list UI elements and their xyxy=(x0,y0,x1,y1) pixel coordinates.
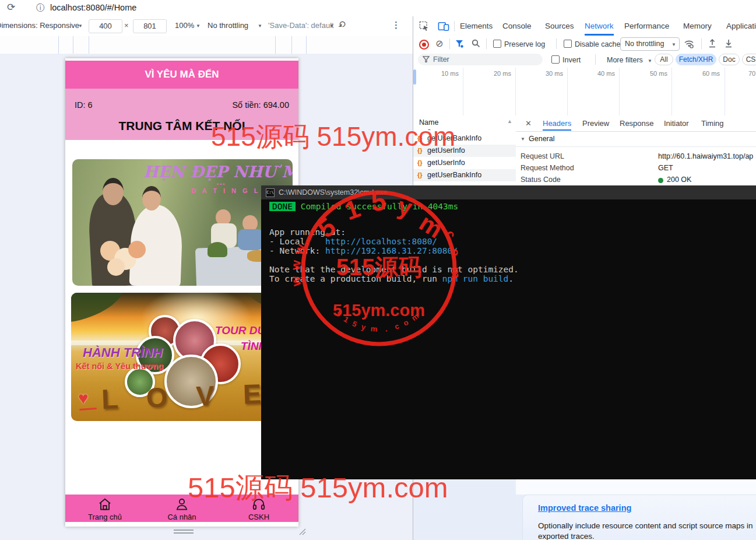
disable-cache-checkbox[interactable] xyxy=(564,40,572,48)
import-har-icon[interactable] xyxy=(708,39,716,48)
clear-icon[interactable]: ⊘ xyxy=(435,38,443,49)
device-toolbar-icon[interactable] xyxy=(438,21,449,31)
tab-performance[interactable]: Performance xyxy=(624,16,669,36)
banner1-dots: ••• xyxy=(217,181,226,187)
done-badge: DONE xyxy=(269,202,296,211)
network-conditions-icon[interactable] xyxy=(684,39,694,48)
viewport-drag-handle[interactable] xyxy=(174,530,194,534)
requests-column-name[interactable]: Name xyxy=(419,118,438,127)
disable-cache-label[interactable]: Disable cache xyxy=(575,40,621,48)
tab-console[interactable]: Console xyxy=(502,16,532,36)
nav-profile[interactable]: Cá nhân xyxy=(150,495,214,522)
whats-new-drawer: Improved trace sharing Optionally includ… xyxy=(413,479,756,540)
filter-pill-all[interactable]: All xyxy=(655,54,673,65)
request-row[interactable]: {} getUserInfo xyxy=(413,157,516,169)
more-filters-button[interactable]: More filters xyxy=(607,56,643,64)
throttling-select[interactable]: No throttling xyxy=(208,21,248,30)
filter-pill-doc[interactable]: Doc xyxy=(719,54,740,65)
tab-application[interactable]: Application xyxy=(726,16,756,36)
cmd-line-local: - Local: http://localhost:8080/ xyxy=(269,237,437,246)
detail-tab-preview[interactable]: Preview xyxy=(582,116,609,131)
person-icon xyxy=(174,497,189,512)
status-code-label: Status Code xyxy=(521,176,561,184)
filter-pill-css[interactable]: CSS xyxy=(742,54,756,65)
filter-icon[interactable] xyxy=(455,40,463,48)
dimensions-label[interactable]: Dimensions: Responsive xyxy=(0,21,79,30)
url-text[interactable]: localhost:8080/#/Home xyxy=(50,3,136,12)
whats-new-card: Improved trace sharing Optionally includ… xyxy=(522,495,756,540)
preserve-log-checkbox[interactable] xyxy=(493,40,501,48)
detail-tab-headers[interactable]: Headers xyxy=(543,116,571,131)
record-icon[interactable] xyxy=(419,40,429,50)
invert-label[interactable]: Invert xyxy=(562,56,581,64)
tick-30ms: 30 ms xyxy=(546,70,563,77)
general-disclosure-icon[interactable]: ▼ xyxy=(521,136,525,142)
close-detail-icon[interactable]: ✕ xyxy=(525,119,532,128)
requests-header[interactable]: Name ▲ xyxy=(413,116,516,130)
more-options-icon[interactable]: ⋮ xyxy=(392,20,400,30)
cmd-window[interactable]: C:\ C:\WINDOWS\system32\cmd.exe DONE Com… xyxy=(261,185,756,479)
export-har-icon[interactable] xyxy=(725,39,733,48)
cmd-title-bar[interactable]: C:\ C:\WINDOWS\system32\cmd.exe xyxy=(261,185,756,199)
inspect-icon[interactable] xyxy=(419,21,430,31)
search-icon[interactable] xyxy=(472,39,480,48)
request-row[interactable]: {} getUserBankInfo xyxy=(413,132,516,145)
filter-input[interactable]: Filter xyxy=(418,54,543,65)
page-info-icon[interactable]: ⓘ xyxy=(36,3,44,13)
nav-home[interactable]: Trang chủ xyxy=(73,495,137,522)
banner2-tour1: TOUR DU xyxy=(215,324,265,337)
local-url-link[interactable]: http://localhost:8080/ xyxy=(325,237,437,246)
viewport-width-input[interactable] xyxy=(89,19,122,33)
banner2-tagline: Kết nối & Yêu thương xyxy=(76,362,163,371)
banner-dating[interactable]: HẸN ĐẸP NHƯ MƠ ••• D A T I N G L O xyxy=(72,159,293,286)
banner-tour[interactable]: TOUR DU TÌNH HÀNH TRÌNH Kết nối & Yêu th… xyxy=(71,293,293,421)
heart-logo-icon: ♥ xyxy=(78,388,89,408)
tick-10ms: 10 ms xyxy=(441,70,459,77)
rotate-viewport-icon[interactable]: ⟲ xyxy=(335,18,349,31)
network-overview[interactable]: 10 ms 20 ms 30 ms 40 ms 50 ms 60 ms 70 xyxy=(413,68,756,117)
network-filter-bar: Filter Invert More filters ▼ All Fetch/X… xyxy=(413,52,756,68)
filter-funnel-icon xyxy=(423,56,430,63)
scroll-up-icon[interactable]: ▲ xyxy=(507,118,512,124)
tab-elements[interactable]: Elements xyxy=(460,16,493,36)
home-icon xyxy=(97,497,112,512)
throttling-caret-icon[interactable]: ▼ xyxy=(258,23,262,29)
more-filters-caret-icon[interactable]: ▼ xyxy=(648,58,652,64)
tab-memory[interactable]: Memory xyxy=(683,16,712,36)
detail-tab-initiator[interactable]: Initiator xyxy=(664,116,689,131)
cmd-line-app-running: App running at: xyxy=(269,227,346,237)
detail-tab-timing[interactable]: Timing xyxy=(701,116,724,131)
refresh-icon[interactable]: ⟳ xyxy=(7,1,15,13)
dimensions-caret-icon[interactable]: ▼ xyxy=(78,23,83,29)
devtools-tab-bar: Elements Console Sources Network Perform… xyxy=(413,16,756,37)
viewport-height-input[interactable] xyxy=(133,19,167,33)
banner1-subtitle: D A T I N G L O xyxy=(191,187,272,194)
cmd-icon: C:\ xyxy=(266,188,275,197)
address-bar[interactable]: ⓘ localhost:8080/#/Home xyxy=(34,2,384,14)
tab-network[interactable]: Network xyxy=(585,16,614,36)
network-url-link[interactable]: http://192.168.31.27:8080/ xyxy=(325,246,458,255)
preserve-log-label[interactable]: Preserve log xyxy=(504,40,545,48)
user-id: ID: 6 xyxy=(75,100,93,110)
invert-checkbox[interactable] xyxy=(551,55,560,64)
xhr-icon: {} xyxy=(417,157,423,169)
banner2-journey: HÀNH TRÌNH xyxy=(83,345,163,360)
throttling-dropdown[interactable]: No throttling ▼ xyxy=(620,37,680,51)
request-row[interactable]: {} getUserBankInfo xyxy=(413,169,516,181)
nav-profile-label: Cá nhân xyxy=(150,513,214,521)
general-section-header[interactable]: ▼ General xyxy=(516,131,756,147)
viewport-corner-grip-icon[interactable] xyxy=(297,527,307,536)
detail-tab-response[interactable]: Response xyxy=(620,116,654,131)
zoom-caret-icon[interactable]: ▼ xyxy=(196,23,201,29)
whats-new-link[interactable]: Improved trace sharing xyxy=(538,503,631,513)
filter-pill-fetch-xhr[interactable]: Fetch/XHR xyxy=(676,54,716,65)
save-data-caret-icon[interactable]: ▼ xyxy=(329,23,334,29)
section-title: TRUNG TÂM KẾT NỐI xyxy=(65,119,298,133)
tab-sources[interactable]: Sources xyxy=(545,16,574,36)
npm-run-build-text: npm run build xyxy=(442,274,509,283)
tick-50ms: 50 ms xyxy=(650,70,667,77)
save-data-select[interactable]: 'Save-Data': default xyxy=(268,21,334,30)
nav-support[interactable]: CSKH xyxy=(227,495,291,522)
request-row[interactable]: {} getUserInfo xyxy=(413,145,516,157)
zoom-select[interactable]: 100% xyxy=(175,21,194,30)
